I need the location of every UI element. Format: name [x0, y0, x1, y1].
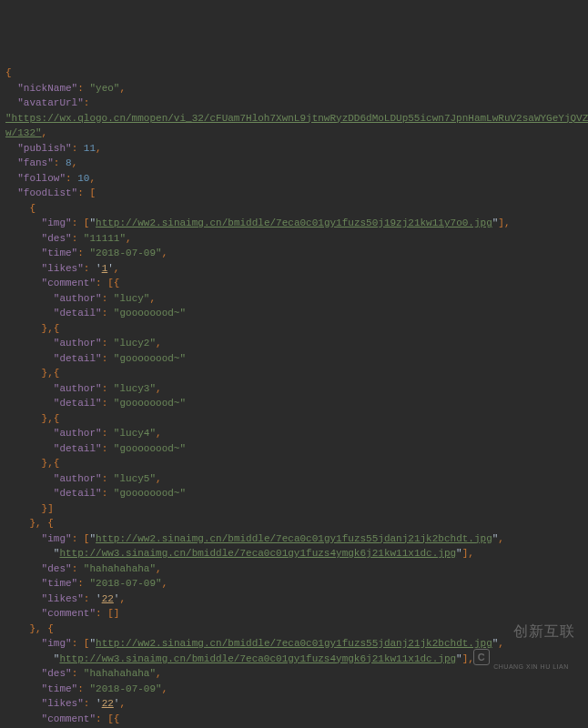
- watermark-subtext: CHUANG XIN HU LIAN: [493, 662, 575, 672]
- code-line: "detail": "goooooood~": [5, 441, 583, 457]
- code-line: "author": "lucy4",: [5, 426, 583, 441]
- code-line: "nickName": "yeo",: [5, 81, 583, 96]
- code-line: },{: [5, 456, 583, 471]
- code-line: }, {: [5, 516, 583, 531]
- code-line: "fans": 8,: [5, 156, 583, 171]
- code-line: "http://ww3.sinaimg.cn/bmiddle/7eca0c01g…: [5, 546, 583, 561]
- watermark: C 创新互联 CHUANG XIN HU LIAN: [473, 599, 575, 716]
- code-line: "time": "2018-07-09",: [5, 576, 583, 592]
- code-line: }]: [5, 501, 583, 517]
- code-line: "detail": "goooooood~": [5, 396, 583, 411]
- code-line: "https://wx.qlogo.cn/mmopen/vi_32/cFUam7…: [5, 111, 583, 126]
- code-line: },{: [5, 321, 583, 337]
- code-line: "foodList": [: [5, 186, 583, 201]
- code-line: "detail": "goooooood~": [5, 306, 583, 321]
- code-line: },{: [5, 366, 583, 381]
- code-line: w/132",: [5, 126, 583, 141]
- code-line: "author": "lucy5",: [5, 471, 583, 487]
- code-line: },{: [5, 411, 583, 427]
- code-line: "comment": [{: [5, 276, 583, 291]
- code-line: "avatarUrl":: [5, 96, 583, 111]
- watermark-text: 创新互联: [513, 623, 575, 639]
- code-line: "author": "lucy2",: [5, 336, 583, 351]
- code-line: "author": "lucy3",: [5, 381, 583, 397]
- code-line: {: [5, 201, 583, 217]
- code-line: "author": "lucy",: [5, 291, 583, 307]
- code-line: "img": ["http://ww2.sinaimg.cn/bmiddle/7…: [5, 216, 583, 231]
- code-line: "publish": 11,: [5, 141, 583, 157]
- code-line: "follow": 10,: [5, 171, 583, 187]
- watermark-icon: C: [473, 649, 490, 665]
- watermark-text-wrap: 创新互联 CHUANG XIN HU LIAN: [493, 599, 575, 716]
- code-line: "likes": '1',: [5, 261, 583, 277]
- code-line: "des": "11111",: [5, 231, 583, 247]
- code-line: "time": "2018-07-09",: [5, 246, 583, 261]
- code-line: "detail": "goooooood~": [5, 351, 583, 367]
- code-line: "des": "hahahahaha",: [5, 561, 583, 577]
- code-line: "img": ["http://ww2.sinaimg.cn/bmiddle/7…: [5, 531, 583, 547]
- code-line: "detail": "goooooood~": [5, 486, 583, 501]
- code-line: {: [5, 66, 583, 81]
